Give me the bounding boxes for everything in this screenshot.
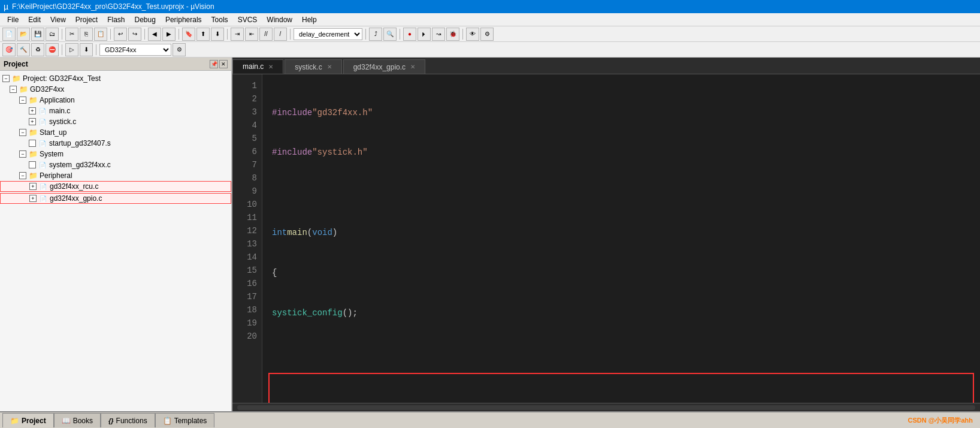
line-num-9: 9: [237, 185, 257, 198]
save-all-btn[interactable]: 🗂: [46, 28, 59, 41]
status-tab-templates[interactable]: 📋 Templates: [155, 413, 215, 427]
open-btn[interactable]: 📂: [17, 28, 30, 41]
bookmark-btn[interactable]: 🔖: [182, 28, 195, 41]
tab-systick-c[interactable]: systick.c ✕: [285, 59, 341, 74]
tree-gpio-c[interactable]: + 📄 gd32f4xx_gpio.c: [0, 193, 231, 204]
forward-btn[interactable]: ▶: [162, 28, 176, 41]
tab-close[interactable]: ✕: [327, 64, 332, 70]
tree-label: gd32f4xx_gpio.c: [50, 194, 102, 203]
tab-gpio-c[interactable]: gd32f4xx_gpio.c ✕: [343, 59, 425, 74]
tree-systick-c[interactable]: + 📄 systick.c: [0, 116, 231, 127]
tab-main-c[interactable]: main.c ✕: [232, 59, 283, 74]
stop-build-btn[interactable]: ⛔: [46, 43, 59, 56]
tree-system-folder[interactable]: − 📁 System: [0, 149, 231, 159]
expand-icon: +: [29, 195, 37, 202]
target-select[interactable]: GD32F4xx: [99, 44, 171, 56]
sep1: [62, 29, 62, 40]
tree-rcu-c[interactable]: + 📄 gd32f4xx_rcu.c: [0, 181, 231, 192]
uncomment-btn[interactable]: /: [274, 28, 287, 41]
tree-project-root[interactable]: − 📁 Project: GD32F4xx_Test: [0, 73, 231, 84]
debug-start-btn[interactable]: ▷: [65, 43, 78, 56]
menu-flash[interactable]: Flash: [102, 14, 129, 25]
tree-main-c[interactable]: + 📄 main.c: [0, 106, 231, 116]
unindent-btn[interactable]: ⇤: [245, 28, 258, 41]
status-tab-label: Templates: [174, 417, 207, 425]
step-btn[interactable]: ⏵: [418, 28, 431, 41]
menu-debug[interactable]: Debug: [130, 14, 161, 25]
new-file-btn[interactable]: 📄: [2, 28, 16, 41]
copy-btn[interactable]: ⎘: [80, 28, 93, 41]
target-settings-btn[interactable]: ⚙: [173, 43, 186, 56]
tree-gd32f4xx[interactable]: − 📁 GD32F4xx: [0, 84, 231, 95]
menu-edit[interactable]: Edit: [23, 14, 46, 25]
paste-btn[interactable]: 📋: [94, 28, 107, 41]
functions-tab-icon: {}: [108, 417, 114, 424]
tree-application[interactable]: − 📁 Application: [0, 95, 231, 106]
line-num-8: 8: [237, 171, 257, 185]
expand-icon: +: [29, 107, 36, 114]
prev-bookmark-btn[interactable]: ⬆: [196, 28, 210, 41]
menu-svcs[interactable]: SVCS: [233, 14, 262, 25]
menu-bar: File Edit View Project Flash Debug Perip…: [0, 13, 980, 26]
menu-tools[interactable]: Tools: [207, 14, 233, 25]
back-btn[interactable]: ◀: [148, 28, 161, 41]
file-icon: 📄: [38, 139, 47, 147]
download-btn[interactable]: ⬇: [80, 43, 93, 56]
status-tab-project[interactable]: 📁 Project: [2, 413, 54, 427]
panel-pin-btn[interactable]: 📌: [210, 60, 218, 68]
code-line-5: {: [272, 266, 970, 279]
view-btn[interactable]: 👁: [466, 28, 479, 41]
next-bookmark-btn[interactable]: ⬇: [211, 28, 224, 41]
menu-project[interactable]: Project: [71, 14, 102, 25]
undo-btn[interactable]: ↩: [114, 28, 127, 41]
tree-peripheral-folder[interactable]: − 📁 Peripheral: [0, 170, 231, 181]
redo-btn[interactable]: ↪: [128, 28, 141, 41]
status-tab-books[interactable]: 📖 Books: [54, 413, 101, 427]
line-num-5: 5: [237, 132, 257, 145]
jump-btn[interactable]: ⤴: [369, 28, 382, 41]
panel-header-buttons: 📌 ✕: [210, 60, 228, 68]
indent-btn[interactable]: ⇥: [231, 28, 244, 41]
function-select[interactable]: delay_decrement: [294, 28, 362, 40]
settings-btn[interactable]: ⚙: [480, 28, 494, 41]
line-num-11: 11: [237, 211, 257, 224]
save-btn[interactable]: 💾: [31, 28, 44, 41]
panel-header: Project 📌 ✕: [0, 58, 231, 71]
file-icon: 📄: [38, 161, 47, 169]
debug-btn[interactable]: 🐞: [446, 28, 459, 41]
horizontal-scrollbar[interactable]: [232, 403, 980, 411]
line-num-6: 6: [237, 145, 257, 158]
tab-close[interactable]: ✕: [410, 64, 415, 70]
code-container[interactable]: 1 2 3 4 5 6 7 8 9 10 11 12 13 14 15 16 1…: [232, 74, 980, 403]
menu-file[interactable]: File: [2, 14, 23, 25]
tree-startup-folder[interactable]: − 📁 Start_up: [0, 127, 231, 138]
breakpoint-btn[interactable]: ●: [403, 28, 416, 41]
menu-window[interactable]: Window: [262, 14, 297, 25]
build-btn[interactable]: 🔨: [17, 43, 30, 56]
panel-close-btn[interactable]: ✕: [219, 60, 228, 68]
cut-btn[interactable]: ✂: [65, 28, 78, 41]
scroll-thumb[interactable]: [237, 405, 975, 410]
line-num-2: 2: [237, 92, 257, 106]
trace-btn[interactable]: ↝: [432, 28, 445, 41]
find-btn[interactable]: 🔍: [383, 28, 397, 41]
tree-label: System: [40, 150, 63, 158]
sep7: [365, 29, 366, 40]
tab-close[interactable]: ✕: [268, 64, 273, 70]
code-editor[interactable]: #include "gd32f4xx.h" #include "systick.…: [262, 74, 980, 403]
status-tab-label: Project: [22, 417, 46, 425]
tree-system-c[interactable]: 📄 system_gd32f4xx.c: [0, 159, 231, 170]
sep9: [462, 29, 463, 40]
status-tab-functions[interactable]: {} Functions: [101, 413, 155, 427]
menu-peripherals[interactable]: Peripherals: [161, 14, 207, 25]
menu-help[interactable]: Help: [297, 14, 322, 25]
comment-btn[interactable]: //: [259, 28, 273, 41]
menu-view[interactable]: View: [46, 14, 71, 25]
expand-icon: [29, 161, 36, 168]
line-num-12: 12: [237, 224, 257, 237]
line-num-16: 16: [237, 277, 257, 290]
build-target-btn[interactable]: 🎯: [2, 43, 16, 56]
rebuild-btn[interactable]: ♻: [31, 43, 44, 56]
line-numbers: 1 2 3 4 5 6 7 8 9 10 11 12 13 14 15 16 1…: [232, 74, 262, 403]
tree-startup-s[interactable]: 📄 startup_gd32f407.s: [0, 138, 231, 149]
